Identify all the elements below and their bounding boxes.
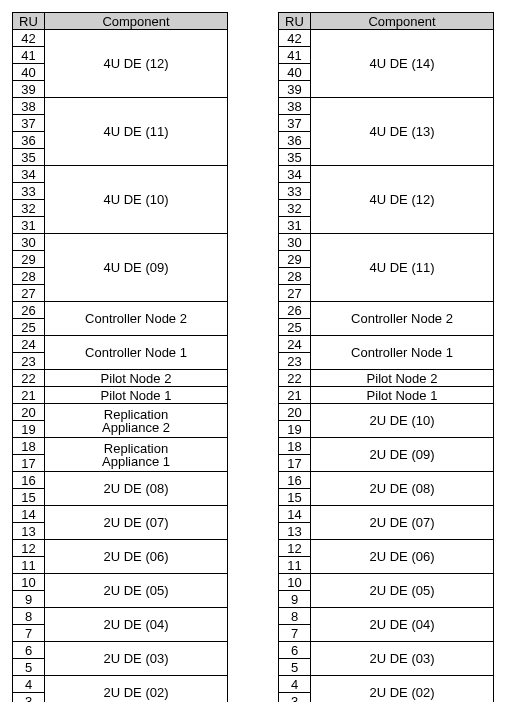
ru-cell: 18 [279, 438, 311, 455]
table-row: 304U DE (09) [13, 234, 228, 251]
ru-cell: 33 [13, 183, 45, 200]
ru-cell: 24 [13, 336, 45, 353]
ru-cell: 19 [13, 421, 45, 438]
ru-cell: 37 [279, 115, 311, 132]
rack-table-left: RU Component 424U DE (12)414039384U DE (… [12, 12, 228, 702]
component-cell: Pilot Node 2 [45, 370, 228, 387]
ru-cell: 35 [279, 149, 311, 166]
ru-cell: 13 [279, 523, 311, 540]
ru-cell: 32 [279, 200, 311, 217]
component-cell: Controller Node 1 [311, 336, 494, 370]
component-cell: Controller Node 2 [311, 302, 494, 336]
component-cell: Controller Node 1 [45, 336, 228, 370]
component-cell: ReplicationAppliance 1 [45, 438, 228, 472]
ru-cell: 8 [279, 608, 311, 625]
table-row: 21Pilot Node 1 [13, 387, 228, 404]
ru-cell: 20 [279, 404, 311, 421]
ru-cell: 34 [13, 166, 45, 183]
table-row: 26Controller Node 2 [279, 302, 494, 319]
ru-cell: 29 [13, 251, 45, 268]
ru-cell: 31 [279, 217, 311, 234]
table-row: 24Controller Node 1 [279, 336, 494, 353]
ru-cell: 32 [13, 200, 45, 217]
table-row: 202U DE (10) [279, 404, 494, 421]
ru-cell: 12 [13, 540, 45, 557]
ru-cell: 9 [279, 591, 311, 608]
ru-cell: 29 [279, 251, 311, 268]
header-component: Component [311, 13, 494, 30]
component-cell: 2U DE (08) [311, 472, 494, 506]
ru-cell: 24 [279, 336, 311, 353]
ru-cell: 33 [279, 183, 311, 200]
component-cell: 2U DE (02) [45, 676, 228, 703]
ru-cell: 28 [279, 268, 311, 285]
ru-cell: 27 [279, 285, 311, 302]
ru-cell: 39 [13, 81, 45, 98]
table-row: 182U DE (09) [279, 438, 494, 455]
component-cell: 2U DE (06) [45, 540, 228, 574]
table-row: 424U DE (12) [13, 30, 228, 47]
component-cell: 2U DE (05) [311, 574, 494, 608]
table-row: 62U DE (03) [279, 642, 494, 659]
ru-cell: 11 [279, 557, 311, 574]
ru-cell: 22 [279, 370, 311, 387]
ru-cell: 21 [279, 387, 311, 404]
ru-cell: 9 [13, 591, 45, 608]
rack-table-right-body: 424U DE (14)414039384U DE (13)373635344U… [279, 30, 494, 703]
ru-cell: 17 [279, 455, 311, 472]
ru-cell: 14 [279, 506, 311, 523]
table-row: 21Pilot Node 1 [279, 387, 494, 404]
ru-cell: 12 [279, 540, 311, 557]
table-row: 424U DE (14) [279, 30, 494, 47]
component-cell: 2U DE (07) [311, 506, 494, 540]
ru-cell: 42 [279, 30, 311, 47]
table-row: 344U DE (12) [279, 166, 494, 183]
component-cell: 4U DE (12) [311, 166, 494, 234]
ru-cell: 36 [279, 132, 311, 149]
ru-cell: 18 [13, 438, 45, 455]
ru-cell: 41 [13, 47, 45, 64]
ru-cell: 35 [13, 149, 45, 166]
ru-cell: 15 [13, 489, 45, 506]
component-cell: 2U DE (05) [45, 574, 228, 608]
table-row: 18ReplicationAppliance 1 [13, 438, 228, 455]
ru-cell: 16 [279, 472, 311, 489]
table-row: 20ReplicationAppliance 2 [13, 404, 228, 421]
table-row: 304U DE (11) [279, 234, 494, 251]
component-cell: ReplicationAppliance 2 [45, 404, 228, 438]
ru-cell: 21 [13, 387, 45, 404]
ru-cell: 6 [279, 642, 311, 659]
ru-cell: 27 [13, 285, 45, 302]
ru-cell: 6 [13, 642, 45, 659]
component-cell: 2U DE (02) [311, 676, 494, 703]
component-cell: Pilot Node 1 [311, 387, 494, 404]
ru-cell: 40 [13, 64, 45, 81]
component-cell: 2U DE (09) [311, 438, 494, 472]
ru-cell: 13 [13, 523, 45, 540]
table-row: 26Controller Node 2 [13, 302, 228, 319]
component-cell: 2U DE (07) [45, 506, 228, 540]
header-ru: RU [13, 13, 45, 30]
rack-table-right: RU Component 424U DE (14)414039384U DE (… [278, 12, 494, 702]
ru-cell: 14 [13, 506, 45, 523]
ru-cell: 7 [279, 625, 311, 642]
ru-cell: 30 [279, 234, 311, 251]
table-row: 142U DE (07) [279, 506, 494, 523]
table-row: 102U DE (05) [13, 574, 228, 591]
table-row: 344U DE (10) [13, 166, 228, 183]
table-row: 22Pilot Node 2 [279, 370, 494, 387]
ru-cell: 5 [279, 659, 311, 676]
ru-cell: 23 [13, 353, 45, 370]
table-row: 384U DE (11) [13, 98, 228, 115]
ru-cell: 5 [13, 659, 45, 676]
ru-cell: 30 [13, 234, 45, 251]
ru-cell: 16 [13, 472, 45, 489]
ru-cell: 39 [279, 81, 311, 98]
component-cell: 2U DE (10) [311, 404, 494, 438]
ru-cell: 4 [279, 676, 311, 693]
table-header-row: RU Component [279, 13, 494, 30]
table-header-row: RU Component [13, 13, 228, 30]
header-component: Component [45, 13, 228, 30]
ru-cell: 8 [13, 608, 45, 625]
table-row: 122U DE (06) [13, 540, 228, 557]
